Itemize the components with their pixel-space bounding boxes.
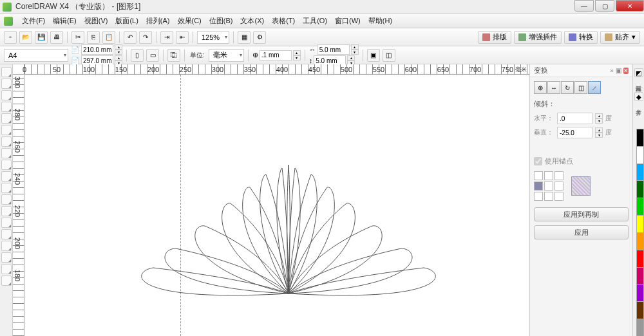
dup-x-input[interactable] xyxy=(317,44,350,55)
undo-icon[interactable]: ↶ xyxy=(124,31,137,44)
docker-close-icon[interactable]: ✕ xyxy=(623,68,629,74)
basic-shapes-tool-icon[interactable] xyxy=(1,171,12,182)
import-icon[interactable]: ⇥ xyxy=(160,31,173,44)
copy-icon[interactable]: ⎘ xyxy=(87,31,100,44)
outline-tool-icon[interactable] xyxy=(1,252,12,263)
snap-button[interactable]: 贴齐▾ xyxy=(600,31,640,44)
skew-mode-icon[interactable]: ⟋ xyxy=(588,81,601,94)
pick-tool-icon[interactable] xyxy=(1,67,12,77)
units-dropdown[interactable]: 毫米 xyxy=(209,49,244,62)
crop-tool-icon[interactable] xyxy=(1,90,12,100)
landscape-icon[interactable]: ▭ xyxy=(146,49,159,62)
pages-icon[interactable]: ⿻ xyxy=(167,49,180,62)
skew-h-spinner[interactable]: ▴▾ xyxy=(595,113,603,124)
docker-tab-icon[interactable]: ◩ xyxy=(634,68,643,77)
page-size-dropdown[interactable]: A4 xyxy=(4,49,68,62)
position-mode-icon[interactable]: ⊕ xyxy=(534,81,547,94)
drawing-canvas[interactable] xyxy=(24,75,529,336)
interactive-fill-tool-icon[interactable] xyxy=(1,275,12,286)
lotus-drawing[interactable] xyxy=(121,152,456,300)
color-swatch[interactable] xyxy=(636,163,644,182)
color-swatch[interactable] xyxy=(636,284,644,302)
redo-icon[interactable]: ↷ xyxy=(139,31,152,44)
menu-effects[interactable]: 效果(C) xyxy=(174,15,205,27)
scale-mode-icon[interactable]: ↻ xyxy=(561,81,574,94)
freehand-tool-icon[interactable] xyxy=(1,113,12,124)
menu-bitmap[interactable]: 位图(B) xyxy=(205,15,237,27)
print-icon[interactable]: 🖶 xyxy=(50,31,63,44)
color-swatch[interactable] xyxy=(636,146,644,164)
anchor-checkbox[interactable] xyxy=(534,157,542,165)
apply-button[interactable]: 应用 xyxy=(534,225,629,239)
connector-tool-icon[interactable] xyxy=(1,218,12,228)
docker-tab-icon-2[interactable]: ◆ xyxy=(634,92,643,101)
skew-h-input[interactable] xyxy=(557,113,592,124)
nudge-input[interactable] xyxy=(260,50,292,61)
treat-as-filled-icon[interactable]: ▣ xyxy=(367,49,380,62)
maximize-button[interactable]: ▢ xyxy=(595,0,614,12)
color-swatch[interactable] xyxy=(636,267,644,285)
color-swatch[interactable] xyxy=(636,301,644,319)
eyedropper-tool-icon[interactable] xyxy=(1,241,12,251)
pin-icon[interactable]: » xyxy=(610,67,614,74)
rollup-icon[interactable]: ▣ xyxy=(616,67,621,74)
zoom-dropdown[interactable]: 125% xyxy=(197,31,229,44)
new-icon[interactable]: ▫ xyxy=(4,31,17,44)
color-swatch[interactable] xyxy=(636,198,644,216)
anchor-preview-icon xyxy=(571,176,591,196)
color-swatch[interactable] xyxy=(636,250,644,268)
h-label: 水平： xyxy=(534,114,554,123)
nudge-spinner[interactable]: ⊕▴▾ xyxy=(252,50,301,61)
color-swatch[interactable] xyxy=(636,232,644,250)
page-width-spinner[interactable]: 📄▴▾ xyxy=(71,44,122,55)
text-tool-icon[interactable] xyxy=(1,183,12,193)
dimension-tool-icon[interactable] xyxy=(1,206,12,216)
skew-v-spinner[interactable]: ▴▾ xyxy=(595,127,603,138)
paste-icon[interactable]: 📋 xyxy=(102,31,115,44)
menu-tools[interactable]: 工具(O) xyxy=(299,15,331,27)
smart-fill-tool-icon[interactable] xyxy=(1,125,12,135)
color-swatch[interactable] xyxy=(636,129,644,147)
open-icon[interactable]: 📂 xyxy=(19,31,32,44)
save-icon[interactable]: 💾 xyxy=(35,31,48,44)
polygon-tool-icon[interactable] xyxy=(1,160,12,170)
snap-icon[interactable]: ▦ xyxy=(238,31,251,44)
menu-edit[interactable]: 编辑(E) xyxy=(49,15,80,27)
options-icon[interactable]: ⚙ xyxy=(253,31,266,44)
rotate-mode-icon[interactable]: ↔ xyxy=(547,81,560,94)
rectangle-tool-icon[interactable] xyxy=(1,136,12,147)
minimize-button[interactable]: — xyxy=(574,0,594,12)
table-tool-icon[interactable] xyxy=(1,194,12,205)
dynamic-guides-icon[interactable]: ◫ xyxy=(383,49,395,62)
menu-view[interactable]: 视图(V) xyxy=(80,15,112,27)
fill-tool-icon[interactable] xyxy=(1,264,12,274)
menu-text[interactable]: 文本(X) xyxy=(236,15,268,27)
enhance-button[interactable]: 增强插件 xyxy=(514,31,562,44)
convert-button[interactable]: 转换 xyxy=(564,31,598,44)
shape-tool-icon[interactable] xyxy=(1,79,12,89)
menu-layout[interactable]: 版面(L) xyxy=(111,15,142,27)
anchor-grid[interactable] xyxy=(534,171,564,201)
portrait-icon[interactable]: ▯ xyxy=(131,49,144,62)
skew-v-input[interactable] xyxy=(557,127,592,138)
apply-duplicate-button[interactable]: 应用到再制 xyxy=(534,207,629,221)
zoom-tool-icon[interactable] xyxy=(1,102,12,112)
menu-help[interactable]: 帮助(H) xyxy=(365,15,396,27)
size-mode-icon[interactable]: ◫ xyxy=(574,81,587,94)
layout-button[interactable]: 排版 xyxy=(478,31,511,44)
color-swatch[interactable] xyxy=(636,180,644,198)
cut-icon[interactable]: ✂ xyxy=(71,31,84,44)
menu-table[interactable]: 表格(T) xyxy=(268,15,299,27)
close-button[interactable]: ✕ xyxy=(616,0,644,12)
color-swatch[interactable] xyxy=(636,319,644,336)
color-swatch[interactable] xyxy=(636,215,644,233)
right-docker-tabs: ◩ 对象属性 ◆ 参考 xyxy=(632,64,644,336)
menu-file[interactable]: 文件(F) xyxy=(18,15,49,27)
page-width-input[interactable] xyxy=(81,44,113,55)
interactive-tool-icon[interactable] xyxy=(1,229,12,239)
ellipse-tool-icon[interactable] xyxy=(1,148,12,158)
dup-x-spinner[interactable]: ↔▴▾ xyxy=(309,44,359,55)
menu-arrange[interactable]: 排列(A) xyxy=(142,15,174,27)
menu-window[interactable]: 窗口(W) xyxy=(331,15,365,27)
export-icon[interactable]: ⇤ xyxy=(176,31,189,44)
